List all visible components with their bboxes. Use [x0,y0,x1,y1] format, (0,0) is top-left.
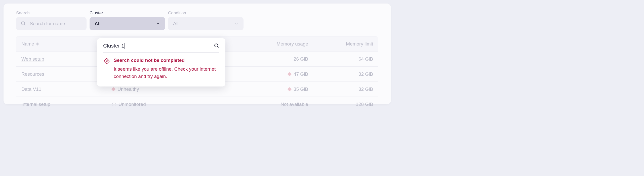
usage-value: 26 GiB [294,56,308,62]
cluster-select[interactable]: All [90,17,165,30]
search-label: Search [16,11,87,16]
cell-usage: 26 GiB [223,56,308,62]
column-name-label: Name [21,41,34,47]
cluster-label: Cluster [90,11,165,16]
column-memory-usage[interactable]: Memory usage [223,41,308,47]
diamond-icon [287,72,292,76]
cell-limit: 32 GiB [308,71,373,77]
status-text: Unhealthy [117,86,139,92]
condition-select[interactable]: All [168,17,244,30]
sort-icon [36,42,39,46]
cell-usage: 47 GiB [223,71,308,77]
condition-filter-group: Condition All [168,11,244,30]
usage-value: 47 GiB [294,71,308,77]
error-icon [104,58,110,64]
cell-status: Unhealthy [112,86,223,92]
svg-line-1 [24,24,25,25]
loading-dots-icon [112,102,116,106]
usage-value: 35 GiB [294,86,308,92]
svg-point-0 [21,22,25,25]
popover-search-row: Cluster 1 [103,43,219,53]
cell-status: Unmonitored [112,102,223,107]
row-link[interactable]: Data V11 [21,86,41,92]
search-icon [21,21,26,26]
row-link[interactable]: Web setup [21,56,44,62]
table-row: Internal setup Unmonitored Not available… [16,97,378,108]
chevron-down-icon [234,22,238,26]
error-title: Search could not be completed [114,58,219,63]
cluster-select-value: All [95,21,101,26]
error-body: It seems like you are offline. Check you… [114,66,219,80]
filter-bar: Search Cluster All Condition All [16,11,378,30]
column-memory-limit-label: Memory limit [346,41,373,47]
chevron-down-icon [156,22,160,26]
column-memory-limit[interactable]: Memory limit [308,41,373,47]
error-text: Search could not be completed It seems l… [114,58,219,80]
status-text: Unmonitored [118,102,146,107]
svg-line-9 [217,47,218,48]
cell-usage: Not available [223,102,308,107]
cluster-filter-group: Cluster All [90,11,165,30]
usage-value: Not available [280,102,308,107]
cell-limit: 128 GiB [308,102,373,107]
search-input[interactable] [30,21,82,26]
svg-point-6 [112,105,113,105]
search-filter-group: Search [16,11,87,30]
svg-point-2 [113,102,114,103]
cell-name: Internal setup [21,102,112,107]
error-message: Search could not be completed It seems l… [103,58,219,80]
svg-point-8 [215,44,218,47]
main-panel: Search Cluster All Condition All Name [4,4,391,104]
cluster-search-popover: Cluster 1 Search could not be completed … [97,38,225,86]
cell-name: Data V11 [21,86,112,92]
svg-point-5 [113,105,114,106]
row-link[interactable]: Internal setup [21,102,50,107]
diamond-icon [287,87,292,91]
diamond-icon [111,87,116,91]
cell-usage: 35 GiB [223,86,308,92]
popover-search-input[interactable]: Cluster 1 [103,43,124,49]
search-input-wrapper[interactable] [16,17,87,30]
condition-label: Condition [168,11,244,16]
svg-point-3 [115,103,115,104]
column-memory-usage-label: Memory usage [276,41,308,47]
condition-select-value: All [173,21,178,26]
cell-limit: 32 GiB [308,86,373,92]
search-icon[interactable] [214,43,219,49]
svg-point-7 [112,103,113,104]
cell-limit: 64 GiB [308,56,373,62]
row-link[interactable]: Resources [21,71,44,77]
svg-point-4 [115,105,115,105]
